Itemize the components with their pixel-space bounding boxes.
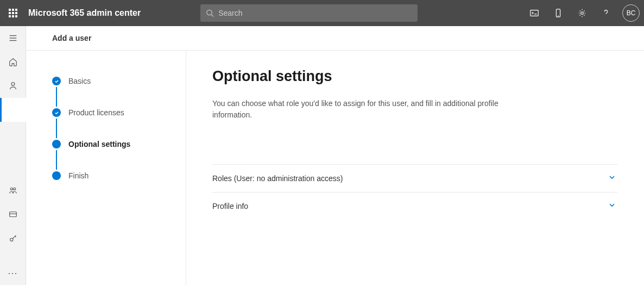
app-launcher-button[interactable] [0, 0, 26, 26]
sub-header-title: Add a user [52, 34, 91, 42]
search-box[interactable] [200, 4, 418, 22]
panel-description: You can choose what role you'd like to a… [212, 98, 506, 121]
svg-point-9 [11, 83, 15, 86]
panel-title: Optional settings [212, 68, 618, 85]
rail-more[interactable]: ··· [0, 261, 26, 285]
svg-rect-2 [531, 10, 538, 16]
settings-button[interactable] [571, 0, 593, 26]
app-title: Microsoft 365 admin center [28, 8, 141, 18]
card-icon [8, 209, 18, 219]
left-rail: ··· [0, 26, 26, 285]
console-icon [529, 8, 539, 18]
step-marker-completed [52, 77, 61, 85]
wizard-step-basics[interactable]: Basics [52, 77, 186, 108]
rail-home[interactable] [0, 50, 26, 74]
wizard-step-finish[interactable]: Finish [52, 171, 186, 180]
svg-rect-12 [9, 212, 16, 217]
panel-sub-header: Add a user [26, 26, 644, 51]
shell-console-button[interactable] [523, 0, 545, 26]
avatar-initials: BC [627, 9, 636, 17]
svg-point-10 [10, 188, 12, 190]
search-input[interactable] [218, 9, 412, 17]
accordion-roles[interactable]: Roles (User: no administration access) [212, 164, 618, 192]
waffle-icon [9, 9, 17, 17]
mobile-icon [553, 8, 563, 18]
chevron-down-icon [608, 174, 616, 183]
global-header: Microsoft 365 admin center [0, 0, 644, 26]
accordion-profile[interactable]: Profile info [212, 192, 618, 220]
rail-billing[interactable] [0, 202, 26, 226]
main-panel: Optional settings You can choose what ro… [186, 51, 644, 285]
step-marker-completed [52, 108, 61, 117]
step-label: Basics [68, 77, 91, 85]
step-label: Product licenses [68, 108, 124, 117]
content-area: Add a user Basics Product licenses [26, 26, 644, 285]
mobile-button[interactable] [547, 0, 569, 26]
wizard-step-optional[interactable]: Optional settings [52, 140, 186, 171]
check-icon [54, 79, 59, 84]
hamburger-icon [8, 33, 18, 43]
user-icon [8, 81, 18, 91]
account-avatar[interactable]: BC [622, 4, 640, 22]
rail-menu-toggle[interactable] [0, 26, 26, 50]
wizard-steps: Basics Product licenses Optional setting… [26, 51, 186, 285]
step-marker-current [52, 140, 61, 148]
rail-active-item[interactable] [0, 98, 26, 122]
rail-setup[interactable] [0, 226, 26, 250]
help-button[interactable] [595, 0, 617, 26]
key-icon [8, 233, 18, 243]
rail-groups[interactable] [0, 178, 26, 202]
ellipsis-icon: ··· [8, 268, 17, 279]
step-label: Finish [68, 171, 89, 180]
accordion-label: Profile info [212, 202, 248, 210]
svg-point-0 [207, 10, 212, 15]
svg-line-1 [212, 15, 214, 17]
gear-icon [577, 8, 587, 18]
svg-point-11 [13, 188, 15, 190]
step-marker-upcoming [52, 171, 61, 180]
search-icon [206, 9, 214, 17]
accordion-label: Roles (User: no administration access) [212, 174, 343, 183]
home-icon [8, 57, 18, 67]
step-label: Optional settings [68, 140, 130, 148]
help-icon [601, 8, 611, 18]
group-icon [8, 185, 18, 195]
chevron-down-icon [608, 201, 616, 211]
check-icon [54, 110, 59, 115]
wizard-step-licenses[interactable]: Product licenses [52, 108, 186, 140]
svg-point-5 [581, 12, 584, 15]
rail-users[interactable] [0, 74, 26, 98]
header-actions: BC [523, 0, 640, 26]
